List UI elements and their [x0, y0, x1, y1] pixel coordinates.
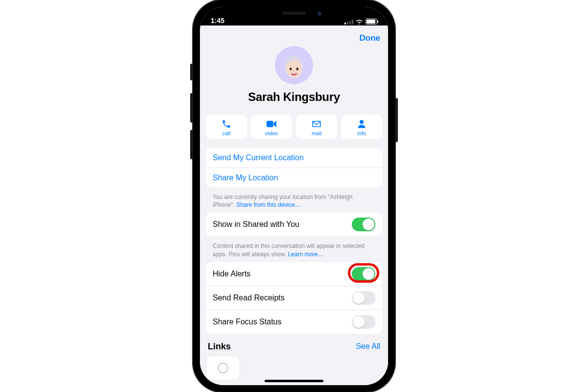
- info-button[interactable]: info: [341, 115, 382, 139]
- read-receipts-label: Send Read Receipts: [213, 294, 285, 302]
- contact-name: Sarah Kingsbury: [248, 90, 340, 104]
- video-button[interactable]: video: [251, 115, 292, 139]
- svg-rect-4: [267, 121, 273, 127]
- share-from-device-link[interactable]: Share from this device…: [236, 201, 300, 208]
- focus-status-label: Share Focus Status: [213, 318, 282, 326]
- contact-sheet: Done: [200, 28, 388, 385]
- show-in-shared-label: Show in Shared with You: [213, 220, 299, 229]
- shared-with-you-group: Show in Shared with You: [206, 213, 382, 236]
- links-title: Links: [208, 342, 231, 352]
- hide-alerts-toggle[interactable]: [352, 267, 375, 281]
- info-label: info: [357, 130, 366, 136]
- status-time: 1:45: [211, 17, 224, 24]
- side-button-power: [395, 98, 398, 142]
- side-button-vol-up: [190, 93, 193, 122]
- phone-icon: [221, 119, 231, 129]
- links-section-header: Links See All: [200, 337, 388, 354]
- profile-header: Sarah Kingsbury: [200, 43, 388, 110]
- mail-button[interactable]: mail: [296, 115, 337, 139]
- home-indicator[interactable]: [265, 380, 323, 382]
- shared-learn-more-link[interactable]: Learn more…: [288, 251, 323, 258]
- mail-icon: [312, 119, 321, 129]
- call-button[interactable]: call: [206, 115, 247, 139]
- side-button-vol-down: [190, 130, 193, 159]
- call-label: call: [222, 130, 231, 136]
- share-my-location[interactable]: Share My Location: [206, 168, 382, 187]
- svg-point-2: [296, 68, 298, 70]
- side-button-silent: [190, 64, 193, 80]
- video-label: video: [265, 130, 278, 136]
- link-icon: [217, 362, 229, 374]
- mail-label: mail: [312, 130, 321, 136]
- info-icon: [357, 119, 367, 129]
- svg-point-5: [360, 120, 364, 124]
- cellular-icon: [344, 19, 353, 24]
- alerts-group: Hide Alerts Send Read Receipts Share Foc…: [206, 262, 382, 334]
- read-receipts-row: Send Read Receipts: [206, 286, 382, 310]
- show-in-shared-row: Show in Shared with You: [206, 213, 382, 236]
- notch: [250, 7, 338, 21]
- phone-frame: 1:45 Done: [193, 0, 395, 392]
- location-footnote: You are currently sharing your location …: [200, 190, 388, 210]
- svg-point-6: [218, 363, 228, 373]
- show-in-shared-toggle[interactable]: [352, 218, 375, 231]
- hide-alerts-label: Hide Alerts: [213, 270, 250, 278]
- shared-footnote: Content shared in this conversation will…: [200, 239, 388, 259]
- svg-point-1: [290, 68, 292, 70]
- speaker: [282, 12, 306, 15]
- focus-status-row: Share Focus Status: [206, 310, 382, 334]
- video-icon: [266, 119, 277, 129]
- quick-actions: call video mail: [200, 110, 388, 145]
- done-button[interactable]: Done: [360, 33, 381, 43]
- svg-point-3: [293, 71, 295, 73]
- wifi-icon: [356, 19, 363, 24]
- links-see-all[interactable]: See All: [356, 342, 380, 351]
- send-current-location[interactable]: Send My Current Location: [206, 148, 382, 168]
- location-group: Send My Current Location Share My Locati…: [206, 148, 382, 187]
- battery-icon: [366, 19, 377, 24]
- avatar[interactable]: [275, 46, 313, 84]
- read-receipts-toggle[interactable]: [352, 291, 375, 305]
- focus-status-toggle[interactable]: [352, 315, 375, 329]
- link-thumbnail[interactable]: [206, 356, 240, 380]
- hide-alerts-row: Hide Alerts: [206, 262, 382, 286]
